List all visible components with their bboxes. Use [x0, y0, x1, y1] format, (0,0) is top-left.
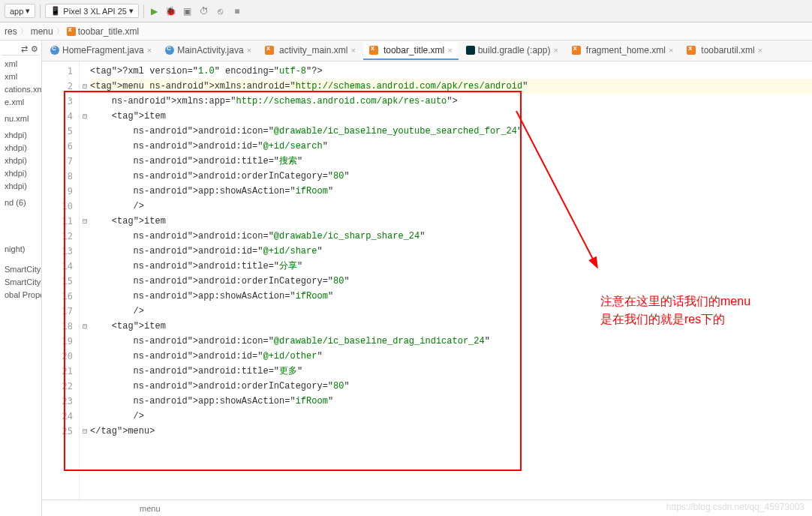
tab-mainactivity-java[interactable]: MainActivity.java×	[159, 42, 257, 60]
fold-marker[interactable]	[80, 289, 90, 304]
fold-marker[interactable]	[80, 124, 90, 139]
tree-item[interactable]	[3, 210, 38, 212]
breadcrumb-menu[interactable]: menu	[31, 26, 53, 37]
tree-item[interactable]: xhdpi)	[3, 142, 38, 153]
tree-item[interactable]: cations.xml	[3, 84, 38, 94]
tree-item[interactable]: xhdpi)	[3, 168, 38, 178]
fold-marker[interactable]	[80, 364, 90, 379]
fold-marker[interactable]	[80, 169, 90, 184]
tab-build-gradle---app-[interactable]: build.gradle (:app)×	[460, 42, 564, 60]
fold-marker[interactable]: ⊟	[80, 109, 90, 124]
fold-marker[interactable]: ⊟	[80, 79, 90, 94]
tree-item[interactable]: SmartCityE	[3, 264, 38, 274]
java-class-icon	[50, 46, 59, 55]
tree-item[interactable]: xhdpi)	[3, 155, 38, 166]
attach-button[interactable]: ⎋	[215, 5, 227, 17]
fold-marker[interactable]	[80, 379, 90, 394]
xml-file-icon	[265, 46, 274, 55]
project-tree[interactable]: ⇄ ⚙ xmlxmlcations.xmle.xmlnu.xmlxhdpi)xh…	[0, 40, 42, 516]
fold-marker[interactable]	[80, 94, 90, 109]
tree-item[interactable]	[3, 229, 38, 230]
device-selector[interactable]: 📱 Pixel 3 XL API 25 ▾	[45, 4, 139, 18]
tab-toobar-title-xml[interactable]: toobar_title.xml×	[363, 42, 459, 60]
close-icon[interactable]: ×	[247, 46, 251, 55]
code-viewport[interactable]: <tag">?xml version="1.0" encoding="utf-8…	[90, 62, 812, 500]
tab-activity-main-xml[interactable]: activity_main.xml×	[259, 42, 362, 60]
fold-marker[interactable]	[80, 274, 90, 289]
settings-icon[interactable]: ⚙	[31, 44, 38, 54]
java-class-icon	[165, 46, 174, 55]
breadcrumb-file[interactable]: toobar_title.xml	[67, 26, 139, 37]
close-icon[interactable]: ×	[758, 46, 762, 55]
breadcrumb-bar: res 〉 menu 〉 toobar_title.xml	[0, 22, 812, 40]
fold-marker[interactable]: ⊟	[80, 319, 90, 334]
close-icon[interactable]: ×	[147, 46, 152, 55]
stop-button[interactable]: ■	[231, 5, 243, 17]
fold-marker[interactable]	[80, 334, 90, 349]
tree-item[interactable]	[3, 214, 38, 215]
tree-item[interactable]	[3, 194, 38, 195]
tree-item[interactable]	[3, 126, 38, 128]
tree-item[interactable]	[3, 221, 38, 223]
tree-item[interactable]: xhdpi)	[3, 130, 38, 140]
tree-item[interactable]	[3, 232, 38, 234]
chevron-right-icon: 〉	[20, 26, 28, 37]
tab-label: activity_main.xml	[279, 45, 347, 56]
fold-marker[interactable]	[80, 229, 90, 244]
tree-item[interactable]: nd (6)	[3, 197, 38, 208]
close-icon[interactable]: ×	[669, 46, 673, 55]
fold-marker[interactable]	[80, 64, 90, 79]
tree-item[interactable]	[3, 260, 38, 262]
close-icon[interactable]: ×	[350, 46, 355, 55]
tree-item[interactable]	[3, 240, 38, 242]
fold-marker[interactable]	[80, 199, 90, 214]
tree-item[interactable]: SmartCity	[3, 277, 38, 287]
coverage-button[interactable]: ▣	[182, 5, 194, 17]
breadcrumb-res[interactable]: res	[5, 26, 17, 37]
tree-item[interactable]	[3, 225, 38, 226]
profile-button[interactable]: ⏱	[198, 5, 210, 17]
tree-item[interactable]: xml	[3, 71, 38, 82]
run-button[interactable]: ▶	[149, 5, 161, 17]
debug-button[interactable]: 🐞	[165, 5, 177, 17]
fold-marker[interactable]	[80, 139, 90, 154]
fold-marker[interactable]	[80, 244, 90, 259]
tree-item[interactable]	[3, 110, 38, 111]
fold-marker[interactable]	[80, 394, 90, 409]
tab-label: toobarutil.xml	[701, 45, 754, 56]
tab-toobarutil-xml[interactable]: toobarutil.xml×	[681, 42, 768, 60]
tree-item[interactable]	[3, 256, 38, 258]
tree-item[interactable]: xml	[3, 58, 38, 69]
xml-file-icon	[369, 46, 378, 55]
gradle-icon	[466, 46, 475, 55]
fold-marker[interactable]	[80, 304, 90, 319]
fold-marker[interactable]	[80, 409, 90, 424]
fold-marker[interactable]: ⊟	[80, 424, 90, 439]
collapse-icon[interactable]: ⇄	[21, 44, 28, 54]
tree-item[interactable]	[3, 236, 38, 238]
tree-item[interactable]: night)	[3, 244, 38, 254]
tree-item[interactable]: nu.xml	[3, 113, 38, 124]
fold-marker[interactable]	[80, 259, 90, 274]
xml-file-icon	[687, 46, 696, 55]
editor-area: HomeFragment.java×MainActivity.java×acti…	[42, 40, 812, 516]
tab-label: build.gradle (:app)	[478, 45, 551, 56]
tree-item[interactable]: xhdpi)	[3, 181, 38, 191]
close-icon[interactable]: ×	[447, 46, 452, 55]
close-icon[interactable]: ×	[553, 46, 558, 55]
tree-item[interactable]: e.xml	[3, 97, 38, 107]
tab-label: fragment_home.xml	[586, 45, 666, 56]
tab-label: MainActivity.java	[177, 45, 243, 56]
tree-item[interactable]: obal Prope	[3, 290, 38, 300]
fold-marker[interactable]: ⊟	[80, 214, 90, 229]
main-area: ⇄ ⚙ xmlxmlcations.xmle.xmlnu.xmlxhdpi)xh…	[0, 40, 812, 516]
tree-item[interactable]	[3, 218, 38, 219]
tab-fragment-home-xml[interactable]: fragment_home.xml×	[566, 42, 679, 60]
fold-marker[interactable]	[80, 349, 90, 364]
fold-marker[interactable]	[80, 154, 90, 169]
fold-marker[interactable]	[80, 184, 90, 199]
watermark: https://blog.csdn.net/qq_45973003	[666, 502, 804, 512]
chevron-down-icon: ▾	[129, 6, 134, 16]
tab-homefragment-java[interactable]: HomeFragment.java×	[44, 42, 158, 60]
module-selector[interactable]: app ▾	[5, 4, 35, 18]
